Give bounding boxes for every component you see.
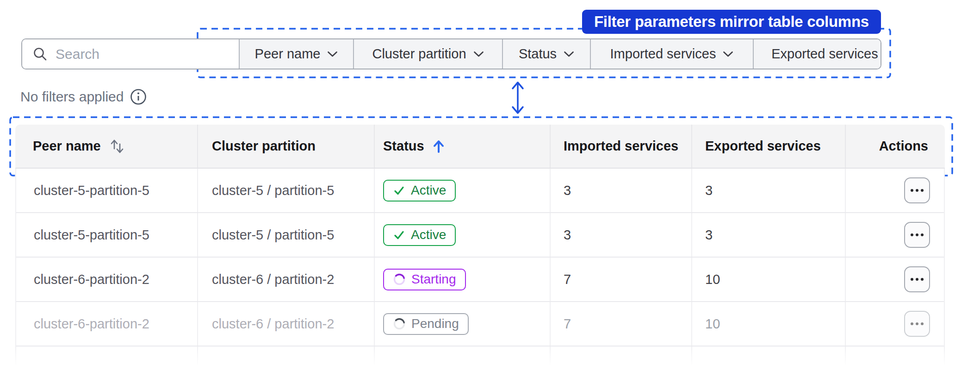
spinner-icon	[393, 317, 406, 330]
filter-dropdown-peer-name[interactable]: Peer name	[239, 39, 353, 69]
ellipsis-icon	[911, 189, 924, 192]
cell-imported-services: 3	[551, 213, 692, 257]
cell-status: Pending	[375, 302, 551, 346]
filter-dropdown-cluster-partition[interactable]: Cluster partition	[353, 39, 502, 69]
status-badge: Starting	[383, 269, 466, 290]
cell-peer-name: cluster-5-partition-5	[16, 169, 198, 212]
cell-cluster-partition: cluster-6 / partition-2	[198, 302, 375, 346]
annotation-banner: Filter parameters mirror table columns	[582, 10, 881, 34]
table-row: cluster-6-partition-2cluster-6 / partiti…	[16, 258, 944, 302]
chevron-down-icon	[564, 51, 574, 57]
ellipsis-icon	[911, 322, 924, 325]
cell-status: Active	[375, 169, 551, 212]
info-icon[interactable]	[130, 88, 147, 106]
filter-status: No filters applied	[20, 88, 147, 106]
filter-dropdown-label: Cluster partition	[372, 46, 466, 62]
table-body: cluster-5-partition-5cluster-5 / partiti…	[15, 169, 945, 367]
row-actions-button[interactable]	[904, 222, 930, 248]
column-header-status[interactable]: Status	[375, 125, 551, 168]
cell-imported-services: 3	[551, 169, 692, 212]
column-header-label: Cluster partition	[212, 139, 316, 154]
ellipsis-icon	[911, 278, 924, 281]
column-header-actions[interactable]: Actions	[846, 125, 945, 168]
page: Filter parameters mirror table columns P…	[0, 0, 980, 378]
filter-dropdown-status[interactable]: Status	[502, 39, 590, 69]
chevron-down-icon	[327, 51, 338, 57]
table-row: cluster-5-partition-5cluster-5 / partiti…	[16, 169, 944, 213]
cell-exported-services: 10	[692, 302, 846, 346]
cell-actions	[846, 258, 943, 301]
search-input[interactable]	[48, 46, 239, 62]
cell-exported-services: 3	[692, 213, 846, 257]
cell-peer-name: cluster-6-partition-2	[16, 258, 198, 301]
cell-imported-services: 7	[551, 258, 692, 301]
status-badge-label: Starting	[411, 272, 456, 287]
spinner-icon	[393, 273, 406, 286]
cell-actions	[846, 302, 943, 346]
status-badge-label: Pending	[411, 316, 459, 331]
cell-peer-name: cluster-6-partition-2	[16, 302, 198, 346]
cell-cluster-partition: cluster-5 / partition-5	[198, 213, 375, 257]
status-badge: Active	[383, 224, 456, 246]
cell-actions	[846, 169, 943, 212]
column-header-label: Status	[383, 139, 424, 154]
cell-cluster-partition: cluster-6 / partition-2	[198, 258, 375, 301]
cell-peer-name: cluster-5-partition-5	[16, 213, 198, 257]
ellipsis-icon	[911, 233, 924, 236]
sort-both-icon	[109, 138, 125, 155]
search-icon	[32, 46, 48, 62]
filter-status-text: No filters applied	[20, 89, 124, 105]
filter-dropdown-exported-services[interactable]: Exported services	[753, 39, 881, 69]
column-header-imported-services[interactable]: Imported services	[551, 125, 692, 168]
cell-exported-services: 10	[692, 258, 846, 301]
row-actions-button[interactable]	[904, 266, 930, 292]
column-header-label: Imported services	[564, 139, 678, 154]
table-row: cluster-5-partition-5cluster-5 / partiti…	[16, 213, 944, 258]
mirror-link-arrow-icon	[507, 79, 528, 117]
filter-bar: Peer nameCluster partitionStatusImported…	[21, 38, 881, 69]
check-icon	[393, 229, 405, 241]
cell-imported-services: 7	[551, 302, 692, 346]
column-header-exported-services[interactable]: Exported services	[692, 125, 846, 168]
search-box[interactable]	[22, 39, 239, 69]
peers-table: Peer nameCluster partitionStatusImported…	[15, 125, 945, 367]
sort-asc-icon	[432, 139, 445, 154]
status-badge: Pending	[383, 313, 469, 335]
row-actions-button[interactable]	[904, 311, 930, 337]
cell-actions	[846, 213, 943, 257]
column-header-label: Actions	[879, 139, 928, 154]
table-row: cluster-6-partition-2cluster-6 / partiti…	[16, 302, 944, 346]
check-icon	[393, 184, 405, 197]
cell-status: Active	[375, 213, 551, 257]
filter-dropdown-imported-services[interactable]: Imported services	[590, 39, 753, 69]
column-header-label: Peer name	[33, 139, 101, 154]
cell-exported-services: 3	[692, 169, 846, 212]
column-header-label: Exported services	[705, 139, 821, 154]
chevron-down-icon	[723, 51, 733, 57]
table-header-row: Peer nameCluster partitionStatusImported…	[15, 125, 945, 169]
status-badge-label: Active	[411, 183, 446, 198]
row-actions-button[interactable]	[904, 177, 930, 203]
table-fade	[10, 346, 958, 378]
status-badge-label: Active	[411, 227, 446, 242]
column-header-cluster-partition[interactable]: Cluster partition	[198, 125, 375, 168]
filter-dropdown-label: Status	[519, 46, 557, 62]
cell-status: Starting	[375, 258, 551, 301]
status-badge: Active	[383, 180, 456, 202]
filter-dropdown-label: Peer name	[255, 46, 321, 62]
filter-dropdown-label: Imported services	[610, 46, 716, 62]
chevron-down-icon	[473, 51, 484, 57]
column-header-peer-name[interactable]: Peer name	[15, 125, 198, 168]
filter-dropdown-label: Exported services	[771, 46, 878, 62]
cell-cluster-partition: cluster-5 / partition-5	[198, 169, 375, 212]
